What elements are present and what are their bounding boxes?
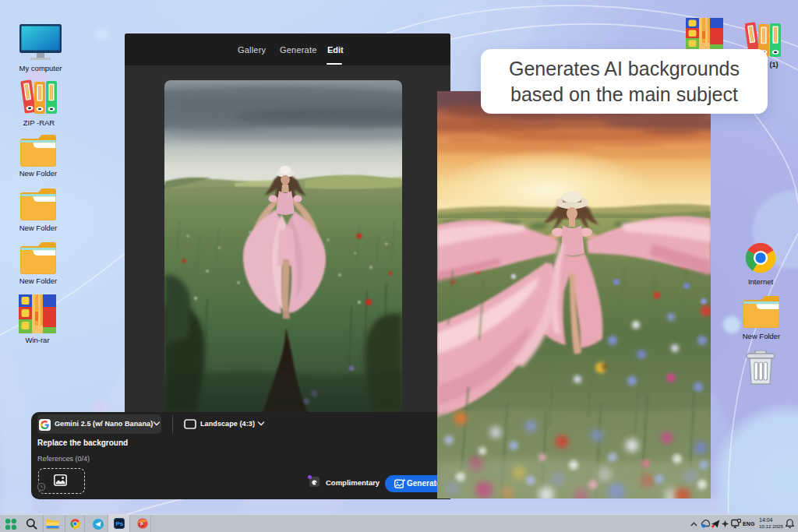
svg-text:P: P bbox=[140, 522, 143, 527]
